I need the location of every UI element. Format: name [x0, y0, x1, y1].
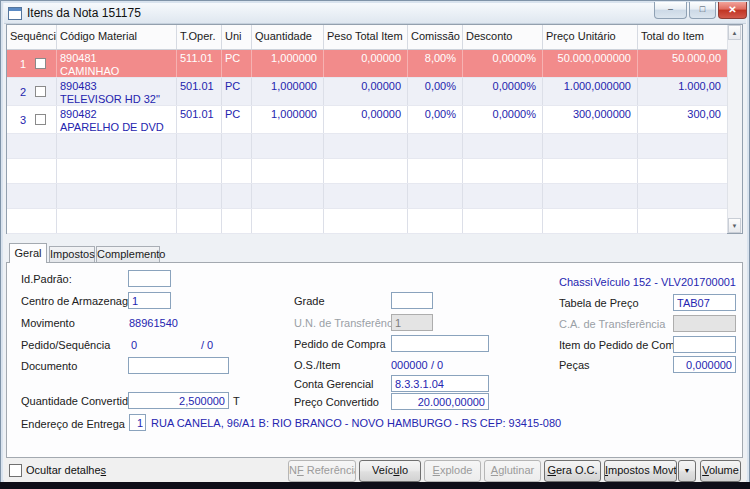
ca-transferencia-field [673, 315, 736, 332]
endereco-num-field[interactable] [129, 414, 146, 431]
label-id-padrao: Id.Padrão: [21, 273, 72, 285]
items-grid: Sequência Código Material T.Oper. Uni Qu… [6, 24, 743, 234]
table-row-empty [7, 209, 727, 234]
pedido-value: 0 [131, 339, 137, 351]
row-checkbox[interactable] [35, 86, 46, 97]
row-commission: 0,00% [408, 106, 463, 133]
minimize-button[interactable]: ‒ [654, 2, 687, 19]
row-commission: 8,00% [408, 50, 463, 77]
label-grade: Grade [294, 295, 325, 307]
row-discount: 0,0000% [463, 106, 543, 133]
close-button[interactable]: ✕ [718, 2, 747, 19]
table-row-empty [7, 184, 727, 209]
col-header-sequencia: Sequência [7, 25, 57, 49]
row-seq-cell: 2 [7, 78, 57, 105]
tab-impostos[interactable]: Impostos [49, 246, 95, 263]
label-conta-gerencial: Conta Gerencial [294, 378, 374, 390]
label-movimento: Movimento [21, 317, 75, 329]
label-endereco-entrega: Endereço de Entrega [21, 418, 125, 430]
quantidade-unit-label: T [233, 395, 240, 407]
col-header-total-item: Total do Item [638, 25, 727, 49]
row-seq-cell: 3 [7, 106, 57, 133]
bottom-dark-strip [0, 482, 750, 489]
label-preco-convertido: Preço Convertido [294, 396, 379, 408]
table-row[interactable]: 1 890481 CAMINHAO 511.01 PC 1,000000 0,0… [7, 50, 727, 78]
label-un-transferencia: U.N. de Transferência [294, 317, 401, 329]
label-documento: Documento [21, 360, 77, 372]
label-quantidade-convertida: Quantidade Convertida [21, 395, 134, 407]
table-row[interactable]: 3 890482 APARELHO DE DVD 501.01 PC 1,000… [7, 106, 727, 134]
material-code: 890482 [60, 108, 173, 121]
explode-button: Explode [424, 460, 481, 482]
material-desc: APARELHO DE DVD [60, 121, 173, 133]
row-unit-price: 1.000,000000 [543, 78, 638, 105]
label-pecas: Peças [559, 359, 590, 371]
table-row-empty [7, 159, 727, 184]
scroll-down-icon[interactable]: ▼ [728, 218, 741, 233]
centro-armazenagem-field[interactable] [128, 292, 171, 309]
row-oper: 511.01 [177, 50, 222, 77]
label-pedido-compra: Pedido de Compra [294, 338, 386, 350]
row-checkbox[interactable] [35, 114, 46, 125]
aglutinar-button: Aglutinar [484, 460, 541, 482]
maximize-button[interactable]: □ [689, 2, 716, 19]
chassi-value: Veículo 152 - VLV201700001 [591, 276, 736, 288]
row-uni: PC [222, 50, 252, 77]
os-value: 000000 [391, 359, 428, 371]
quantidade-convertida-field[interactable] [128, 392, 229, 409]
documento-field[interactable] [128, 357, 229, 374]
row-oper: 501.01 [177, 78, 222, 105]
row-weight: 0,00000 [324, 78, 408, 105]
item-pedido-compra-field[interactable] [673, 336, 736, 353]
scroll-up-icon[interactable]: ▲ [728, 25, 741, 40]
title-bar[interactable]: Itens da Nota 151175 [4, 3, 746, 24]
row-total: 300,00 [638, 106, 727, 133]
pedido-compra-field[interactable] [391, 335, 489, 352]
row-checkbox[interactable] [35, 58, 46, 69]
table-row[interactable]: 2 890483 TELEVISOR HD 32" 501.01 PC 1,00… [7, 78, 727, 106]
vertical-scrollbar[interactable]: ▲ ▼ [727, 25, 742, 233]
row-unit-price: 50.000,000000 [543, 50, 638, 77]
material-code: 890483 [60, 80, 173, 93]
col-header-quantidade: Quantidade [252, 25, 324, 49]
row-number: 2 [10, 86, 26, 98]
impostos-movto-button[interactable]: Impostos Movto [604, 460, 677, 482]
label-os-item: O.S./Item [294, 359, 340, 371]
col-header-uni: Uni [222, 25, 252, 49]
material-code: 890481 [60, 52, 173, 65]
pecas-field[interactable] [673, 356, 736, 373]
row-unit-price: 300,000000 [543, 106, 638, 133]
volume-button[interactable]: Volume [700, 460, 741, 482]
row-qty: 1,000000 [252, 106, 324, 133]
hide-details-label: Ocultar detalhes [26, 464, 106, 476]
row-discount: 0,0000% [463, 78, 543, 105]
id-padrao-field[interactable] [128, 270, 171, 287]
os-item-value: / 0 [431, 359, 443, 371]
gera-oc-button[interactable]: Gera O.C. [544, 460, 601, 482]
tabela-preco-field[interactable] [673, 294, 736, 311]
un-transferencia-field [391, 314, 433, 331]
label-chassi: Chassi [559, 276, 593, 288]
col-header-codigo-material: Código Material [57, 25, 177, 49]
row-discount: 0,0000% [463, 50, 543, 77]
row-oper: 501.01 [177, 106, 222, 133]
row-commission: 0,00% [408, 78, 463, 105]
movimento-value: 88961540 [129, 317, 178, 329]
tab-geral[interactable]: Geral [9, 243, 47, 263]
veiculo-button[interactable]: Veículo [359, 460, 421, 482]
row-total: 50.000,00 [638, 50, 727, 77]
row-uni: PC [222, 78, 252, 105]
tab-complemento[interactable]: Complemento [96, 246, 160, 263]
col-header-preco-unitario: Preço Unitário [543, 25, 638, 49]
grade-field[interactable] [391, 292, 433, 309]
hide-details-checkbox[interactable] [9, 464, 22, 477]
preco-convertido-field[interactable] [391, 393, 489, 410]
label-tabela-preco: Tabela de Preço [559, 297, 639, 309]
nf-referencia-button: NF Referência [288, 460, 356, 482]
material-desc: TELEVISOR HD 32" [60, 93, 173, 105]
label-centro-armazenagem: Centro de Armazenagem [21, 295, 143, 307]
pedido-seq-value: / 0 [201, 339, 213, 351]
conta-gerencial-field[interactable] [391, 375, 489, 392]
impostos-dropdown-icon[interactable]: ▼ [678, 460, 696, 482]
col-header-comissao: Comissão [408, 25, 463, 49]
